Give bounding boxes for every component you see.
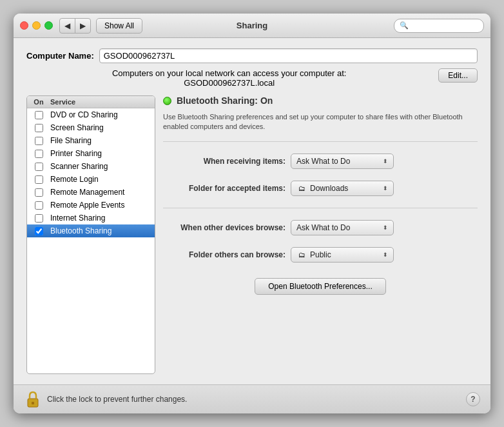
service-list-header: On Service	[27, 96, 155, 108]
desc-line2: GSOD000962737L.local	[184, 78, 275, 88]
receiving-dropdown[interactable]: Ask What to Do ⬍	[291, 154, 394, 169]
remote-mgmt-label: Remote Management	[50, 188, 155, 197]
bluetooth-sharing-label: Bluetooth Sharing	[50, 226, 155, 235]
list-item[interactable]: DVD or CD Sharing	[27, 108, 155, 121]
dvd-sharing-label: DVD or CD Sharing	[50, 110, 155, 119]
file-sharing-checkbox[interactable]	[35, 137, 43, 145]
screen-sharing-label: Screen Sharing	[50, 123, 155, 132]
search-icon: 🔍	[400, 21, 409, 30]
bluetooth-sharing-checkbox[interactable]	[35, 227, 43, 235]
receiving-row: When receiving items: Ask What to Do ⬍	[163, 154, 478, 169]
sharing-window: ◀ ▶ Show All Sharing 🔍 Computer Name: Co…	[14, 14, 490, 413]
forward-button[interactable]: ▶	[75, 19, 90, 33]
col-service-header: Service	[50, 98, 155, 106]
content-area: Computer Name: Computers on your local n…	[14, 38, 490, 384]
desc-line1: Computers on your local network can acce…	[112, 68, 346, 78]
edit-button[interactable]: Edit...	[438, 68, 478, 83]
screen-sharing-checkbox[interactable]	[35, 124, 43, 132]
dvd-sharing-checkbox[interactable]	[35, 111, 43, 119]
browsing-arrow: ⬍	[383, 224, 388, 231]
folder-accepted-value: Downloads	[310, 184, 380, 193]
nav-buttons: ◀ ▶	[59, 18, 91, 34]
main-panel: On Service DVD or CD Sharing Screen Shar…	[26, 95, 478, 374]
traffic-lights	[20, 21, 53, 30]
bt-status-indicator	[163, 97, 171, 105]
remote-login-checkbox[interactable]	[35, 175, 43, 184]
browsing-dropdown[interactable]: Ask What to Do ⬍	[291, 220, 394, 235]
show-all-button[interactable]: Show All	[96, 18, 142, 34]
list-item[interactable]: Printer Sharing	[27, 147, 155, 160]
folder-accepted-arrow: ⬍	[383, 185, 388, 192]
folder-accepted-row: Folder for accepted items: 🗂 Downloads ⬍	[163, 181, 478, 196]
folder-accepted-dropdown[interactable]: 🗂 Downloads ⬍	[291, 181, 394, 196]
remote-events-label: Remote Apple Events	[50, 201, 155, 210]
separator-2	[163, 208, 478, 208]
scanner-sharing-checkbox[interactable]	[35, 163, 43, 171]
list-item[interactable]: Remote Management	[27, 186, 155, 199]
folder-browse-arrow: ⬍	[383, 252, 388, 258]
col-on-header: On	[27, 98, 50, 106]
list-item[interactable]: Remote Apple Events	[27, 199, 155, 212]
search-box[interactable]: 🔍	[394, 19, 484, 33]
list-item[interactable]: Scanner Sharing	[27, 160, 155, 173]
file-sharing-label: File Sharing	[50, 136, 155, 145]
close-button[interactable]	[20, 21, 28, 30]
computer-name-row: Computer Name:	[26, 48, 478, 63]
bottom-bar: Click the lock to prevent further change…	[14, 384, 490, 413]
bluetooth-sharing-item[interactable]: Bluetooth Sharing	[27, 224, 155, 237]
separator-1	[163, 141, 478, 142]
receiving-value: Ask What to Do	[296, 157, 380, 166]
folder-accepted-label: Folder for accepted items:	[163, 184, 286, 193]
bt-title: Bluetooth Sharing: On	[177, 95, 273, 106]
maximize-button[interactable]	[44, 21, 53, 30]
printer-sharing-checkbox[interactable]	[35, 150, 43, 158]
search-input[interactable]	[411, 21, 478, 30]
folder-browse-label: Folder others can browse:	[163, 250, 286, 259]
folder-browse-row: Folder others can browse: 🗂 Public ⬍	[163, 247, 478, 263]
lock-icon[interactable]	[24, 390, 42, 408]
service-list: On Service DVD or CD Sharing Screen Shar…	[26, 95, 155, 374]
internet-sharing-label: Internet Sharing	[50, 214, 155, 223]
computer-desc: Computers on your local network can acce…	[26, 68, 432, 88]
computer-name-input[interactable]	[99, 48, 478, 63]
folder-browse-value: Public	[310, 250, 380, 259]
lock-label: Click the lock to prevent further change…	[47, 395, 466, 404]
folder-browse-dropdown[interactable]: 🗂 Public ⬍	[291, 247, 394, 263]
service-items: DVD or CD Sharing Screen Sharing File Sh…	[27, 108, 155, 373]
window-title: Sharing	[237, 21, 267, 30]
folder-browse-icon: 🗂	[296, 250, 307, 259]
list-item[interactable]: Remote Login	[27, 173, 155, 186]
computer-name-label: Computer Name:	[26, 51, 94, 61]
open-bluetooth-prefs-button[interactable]: Open Bluetooth Preferences...	[255, 278, 385, 295]
browsing-value: Ask What to Do	[296, 223, 380, 232]
toolbar: ◀ ▶ Show All	[59, 18, 142, 34]
scanner-sharing-label: Scanner Sharing	[50, 162, 155, 171]
printer-sharing-label: Printer Sharing	[50, 149, 155, 158]
internet-sharing-checkbox[interactable]	[35, 214, 43, 223]
minimize-button[interactable]	[32, 21, 41, 30]
back-button[interactable]: ◀	[60, 19, 75, 33]
receiving-label: When receiving items:	[163, 157, 286, 166]
remote-login-label: Remote Login	[50, 175, 155, 184]
browsing-label: When other devices browse:	[163, 223, 286, 232]
titlebar: ◀ ▶ Show All Sharing 🔍	[14, 14, 490, 38]
browsing-row: When other devices browse: Ask What to D…	[163, 220, 478, 235]
folder-accepted-icon: 🗂	[296, 184, 307, 192]
svg-rect-1	[32, 402, 34, 404]
right-panel: Bluetooth Sharing: On Use Bluetooth Shar…	[163, 95, 478, 374]
remote-events-checkbox[interactable]	[35, 201, 43, 210]
list-item[interactable]: File Sharing	[27, 134, 155, 147]
desc-row: Computers on your local network can acce…	[26, 68, 478, 88]
bt-description: Use Bluetooth Sharing preferences and se…	[163, 112, 478, 132]
list-item[interactable]: Screen Sharing	[27, 121, 155, 134]
list-item[interactable]: Internet Sharing	[27, 212, 155, 224]
bluetooth-header: Bluetooth Sharing: On	[163, 95, 478, 106]
receiving-dropdown-arrow: ⬍	[383, 158, 388, 164]
help-button[interactable]: ?	[466, 392, 480, 406]
remote-mgmt-checkbox[interactable]	[35, 188, 43, 197]
